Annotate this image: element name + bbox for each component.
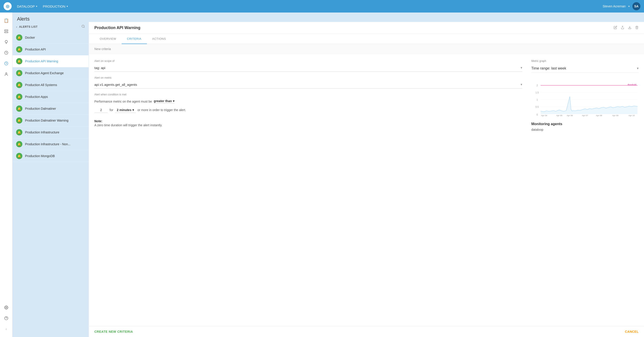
tab-criteria[interactable]: CRITERIA (122, 34, 147, 44)
bell-icon: 🔔 (16, 82, 22, 88)
duration-select[interactable]: 2 minutes ▾ (115, 107, 136, 113)
metric-label: Alert on metric (94, 76, 522, 79)
sidebar-icon-gear[interactable] (2, 303, 11, 312)
main-content: Alerts ‹ ALERTS LIST (12, 12, 644, 337)
svg-text:Apr 10: Apr 10 (628, 114, 635, 117)
sidebar-icon-dashboard[interactable] (2, 48, 11, 57)
threshold-input[interactable] (94, 107, 108, 113)
alert-item[interactable]: 🔔 Production Apps (12, 91, 88, 103)
condition-row: Performance metric on the agent must be … (94, 99, 522, 103)
sidebar-icon-clock[interactable] (2, 59, 11, 68)
svg-line-13 (84, 27, 84, 28)
bell-icon: 🔔 (16, 141, 22, 147)
alert-item[interactable]: 🔔 Production Agent Exchange (12, 67, 88, 79)
svg-text:Apr 04: Apr 04 (541, 114, 548, 117)
bell-icon: 🔔 (16, 34, 22, 41)
operator-caret: ▾ (173, 99, 174, 103)
sidebar-icon-help[interactable] (2, 314, 11, 323)
logo-icon[interactable]: ◎ (4, 2, 12, 10)
alerts-list-title[interactable]: ‹ ALERTS LIST (16, 25, 38, 29)
page-title: Alerts (17, 16, 30, 22)
trigger-text: or more in order to trigger the alert. (138, 108, 186, 112)
bell-icon: 🔔 (16, 46, 22, 52)
alert-item[interactable]: 🔔 Production All Systems (12, 79, 88, 91)
threshold-row: for 2 minutes ▾ or more in order to trig… (94, 107, 522, 113)
sidebar-collapse[interactable]: ‹ (2, 325, 11, 334)
svg-rect-1 (4, 32, 8, 33)
icon-sidebar: 📋 (0, 12, 12, 337)
delete-icon[interactable] (635, 26, 639, 30)
alert-item[interactable]: 🔔 Docker (12, 32, 88, 43)
svg-text:Apr 08: Apr 08 (596, 114, 602, 117)
alert-item-name: Production All Systems (25, 83, 57, 87)
svg-text:0.5: 0.5 (536, 106, 539, 108)
criteria-graph-section: Metric graph Time range: last week ▾ 0 (531, 59, 639, 321)
main-layout: 📋 (0, 0, 644, 337)
alert-item[interactable]: 🔔 Production Infrastructure - Non... (12, 138, 88, 150)
time-range-caret: ▾ (637, 66, 639, 70)
right-panel: Production API Warning (89, 22, 644, 337)
create-criteria-button[interactable]: CREATE NEW CRITERIA (94, 330, 133, 334)
share-icon[interactable] (621, 26, 624, 30)
metric-group: Alert on metric api.v1.agents.get_all_ag… (94, 76, 522, 88)
alert-item[interactable]: 🔔 Production Dalmatiner Warning (12, 115, 88, 126)
bell-icon: 🔔 (16, 70, 22, 76)
alert-item[interactable]: 🔔 Production Infrastructure (12, 126, 88, 138)
sidebar-icon-bulb[interactable] (2, 37, 11, 46)
condition-prefix: Performance metric on the agent must be (94, 100, 152, 103)
operator-select[interactable]: greater than ▾ (154, 99, 174, 103)
sidebar-icon-person[interactable] (2, 70, 11, 79)
nav-production[interactable]: PRODUCTION ▾ (43, 4, 68, 8)
sidebar-icon-server[interactable] (2, 27, 11, 36)
cancel-button[interactable]: CANCEL (625, 330, 639, 334)
alert-item[interactable]: 🔔 Production MongoDB (12, 150, 88, 162)
alert-item-name: Production Agent Exchange (25, 71, 64, 75)
alert-item-name: Production Dalmatiner (25, 107, 56, 110)
nav-right: Steven Acreman ▾ SA (603, 2, 640, 10)
alert-list: 🔔 Docker 🔔 Production API 🔔 Production A… (12, 32, 88, 337)
condition-group: Alert when condition is met Performance … (94, 93, 522, 113)
monitoring-agents-title: Monitoring agents (531, 122, 639, 126)
scope-group: Alert on scope of tag: api ▾ (94, 59, 522, 72)
scope-select[interactable]: tag: api ▾ (94, 64, 522, 72)
tabs: OVERVIEW CRITERIA ACTIONS (89, 34, 644, 44)
svg-point-12 (82, 25, 84, 27)
alert-item[interactable]: 🔔 Production Dalmatiner (12, 103, 88, 115)
bell-icon: 🔔 (16, 94, 22, 100)
monitoring-agent-item: dataloop (531, 128, 639, 131)
criteria-footer: CREATE NEW CRITERIA CANCEL (89, 326, 644, 337)
nav-dataloop[interactable]: DATALOOP ▾ (17, 4, 37, 8)
header-actions (614, 26, 639, 30)
search-icon[interactable] (82, 24, 85, 29)
alerts-page-header: Alerts (12, 12, 644, 22)
monitoring-agents-section: Monitoring agents dataloop (531, 122, 639, 131)
bell-icon: 🔔 (16, 129, 22, 135)
note-label: Note: (94, 119, 102, 123)
user-caret: ▾ (628, 5, 630, 8)
scope-caret: ▾ (520, 66, 522, 70)
bell-icon: 🔔 (16, 58, 22, 64)
time-range-select[interactable]: Time range: last week ▾ (531, 64, 639, 73)
svg-text:2: 2 (536, 84, 538, 87)
metric-select[interactable]: api.v1.agents.get_all_agents ▾ (94, 81, 522, 88)
tab-actions[interactable]: ACTIONS (147, 34, 171, 44)
alert-item-name: Production MongoDB (25, 154, 55, 158)
alert-item[interactable]: 🔔 Production API Warning (12, 55, 88, 67)
user-avatar[interactable]: SA (632, 2, 640, 10)
time-range-text: Time range: last week (531, 66, 566, 70)
alert-detail-title: Production API Warning (94, 25, 140, 30)
edit-icon[interactable] (614, 26, 617, 30)
svg-text:Apr 09: Apr 09 (612, 114, 618, 117)
alert-item-name: Production Dalmatiner Warning (25, 119, 68, 122)
metric-caret: ▾ (520, 82, 522, 86)
tab-overview[interactable]: OVERVIEW (94, 34, 122, 44)
bell-icon: 🔔 (16, 153, 22, 159)
metric-chart: 0 0.5 1 1.5 2 threshold (531, 76, 639, 117)
bell-icon: 🔔 (16, 105, 22, 112)
svg-text:1.5: 1.5 (536, 91, 539, 94)
criteria-body: Alert on scope of tag: api ▾ Alert on me… (89, 54, 644, 326)
user-name: Steven Acreman (603, 4, 626, 8)
download-icon[interactable] (628, 26, 632, 30)
sidebar-icon-notebook[interactable]: 📋 (2, 16, 11, 25)
alert-item[interactable]: 🔔 Production API (12, 43, 88, 55)
